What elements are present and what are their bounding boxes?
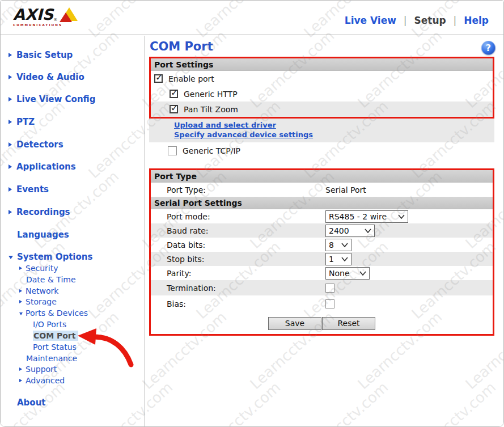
sidebar-item-date-time[interactable]: Date & Time <box>19 275 76 284</box>
triangle-right-icon <box>19 267 22 270</box>
check-icon: ✓ <box>155 72 163 83</box>
triangle-right-icon <box>9 120 12 124</box>
chevron-down-icon <box>341 257 348 261</box>
triangle-right-icon <box>19 379 22 382</box>
chevron-down-icon <box>365 229 371 233</box>
port-type-row: Port Type: Serial Port <box>151 183 493 197</box>
page-title: COM Port <box>150 40 213 53</box>
sidebar-item-basic-setup[interactable]: Basic Setup <box>9 50 73 60</box>
help-icon[interactable]: ? <box>481 41 495 55</box>
triangle-right-icon <box>9 210 12 214</box>
triangle-down-icon <box>9 256 13 259</box>
sidebar-item-recordings[interactable]: Recordings <box>9 207 70 217</box>
nav-help-link[interactable]: Help <box>464 15 489 26</box>
save-button[interactable]: Save <box>268 317 321 330</box>
baud-rate-label: Baud rate: <box>151 226 325 235</box>
header-bar: AXIS® COMMUNICATIONS Live View | Setup |… <box>1 1 503 35</box>
sidebar-item-storage[interactable]: Storage <box>19 297 57 306</box>
nav-separator: | <box>400 15 411 26</box>
sidebar-item-support[interactable]: Support <box>19 365 57 374</box>
port-settings-section: Port Settings ✓ Enable port ✓ Generic HT… <box>149 57 494 119</box>
enable-port-row: ✓ Enable port <box>151 71 493 86</box>
check-icon: ✓ <box>171 103 178 113</box>
triangle-right-icon <box>19 367 22 371</box>
stop-bits-value: 1 <box>329 255 334 264</box>
port-mode-select[interactable]: RS485 - 2 wire <box>325 210 408 223</box>
triangle-right-icon <box>9 97 12 102</box>
form-buttons-row: Save Reset <box>151 312 493 334</box>
main-content: COM Port ? Port Settings ✓ Enable port ✓… <box>146 36 504 427</box>
sidebar-item-network[interactable]: Network <box>19 286 58 295</box>
triangle-down-icon <box>19 312 23 315</box>
sidebar-item-maintenance[interactable]: Maintenance <box>19 354 77 363</box>
port-mode-label: Port mode: <box>151 212 325 221</box>
nav-separator: | <box>450 15 461 26</box>
termination-row: Termination: <box>151 280 493 295</box>
sidebar-item-live-view-config[interactable]: Live View Config <box>9 94 95 104</box>
axis-triangle-icon <box>60 7 79 22</box>
sidebar-item-io-ports[interactable]: I/O Ports <box>33 320 66 329</box>
parity-row: Parity: None <box>151 266 493 280</box>
parity-value: None <box>329 269 350 278</box>
sidebar-item-com-port[interactable]: COM Port <box>33 331 78 341</box>
sidebar-item-advanced[interactable]: Advanced <box>19 376 65 385</box>
sidebar-item-video-audio[interactable]: Video & Audio <box>9 72 84 82</box>
triangle-right-icon <box>19 300 22 303</box>
generic-tcpip-row: Generic TCP/IP <box>149 142 494 159</box>
parity-select[interactable]: None <box>325 267 370 280</box>
parity-label: Parity: <box>151 269 325 278</box>
sidebar-item-about[interactable]: About <box>9 398 46 408</box>
serial-port-settings-header: Serial Port Settings <box>151 197 493 209</box>
sidebar-item-applications[interactable]: Applications <box>9 162 76 172</box>
upload-driver-link[interactable]: Upload and select driver <box>174 120 494 130</box>
bias-label: Bias: <box>151 299 325 308</box>
axis-setup-page: AXIS® COMMUNICATIONS Live View | Setup |… <box>0 0 504 427</box>
sidebar-item-detectors[interactable]: Detectors <box>9 139 63 150</box>
port-type-label: Port Type: <box>151 185 325 195</box>
enable-port-label: Enable port <box>168 74 214 83</box>
data-bits-select[interactable]: 8 <box>325 239 351 251</box>
port-type-header: Port Type <box>151 170 493 183</box>
registered-mark: ® <box>53 18 57 22</box>
port-settings-header: Port Settings <box>151 58 493 71</box>
sidebar-item-languages[interactable]: Languages <box>9 230 69 240</box>
triangle-right-icon <box>9 187 12 192</box>
baud-rate-row: Baud rate: 2400 <box>151 223 493 238</box>
sidebar-item-port-status[interactable]: Port Status <box>33 343 77 352</box>
triangle-right-icon <box>19 289 22 293</box>
sidebar-item-system-options[interactable]: System Options <box>9 252 92 262</box>
triangle-right-icon <box>9 142 12 147</box>
nav-setup-link[interactable]: Setup <box>414 15 446 26</box>
stop-bits-select[interactable]: 1 <box>325 253 351 265</box>
pan-tilt-zoom-checkbox[interactable]: ✓ <box>170 105 178 113</box>
sidebar-item-ptz[interactable]: PTZ <box>9 117 35 127</box>
sidebar-item-events[interactable]: Events <box>9 184 49 195</box>
bias-checkbox[interactable] <box>325 299 334 308</box>
pan-tilt-zoom-label: Pan Tilt Zoom <box>184 105 238 114</box>
triangle-right-icon <box>9 75 12 79</box>
sidebar-item-security[interactable]: Security <box>19 264 58 273</box>
nav-live-view-link[interactable]: Live View <box>345 15 396 26</box>
axis-logo: AXIS® COMMUNICATIONS <box>13 7 81 27</box>
termination-label: Termination: <box>151 284 325 293</box>
logo-brand-text: AXIS <box>13 7 53 22</box>
stop-bits-label: Stop bits: <box>151 255 325 264</box>
generic-http-row: ✓ Generic HTTP <box>151 86 493 102</box>
sidebar-navigation: Basic Setup Video & Audio Live View Conf… <box>1 36 145 427</box>
generic-http-checkbox[interactable]: ✓ <box>170 90 178 98</box>
enable-port-checkbox[interactable]: ✓ <box>154 74 163 83</box>
port-type-value: Serial Port <box>325 185 366 195</box>
bias-row: Bias: <box>151 295 493 312</box>
baud-rate-value: 2400 <box>329 226 349 235</box>
port-mode-row: Port mode: RS485 - 2 wire <box>151 209 493 223</box>
advanced-device-settings-link[interactable]: Specify advanced device settings <box>174 130 494 139</box>
triangle-right-icon <box>9 53 12 57</box>
generic-tcpip-label: Generic TCP/IP <box>183 146 240 155</box>
stop-bits-row: Stop bits: 1 <box>151 252 493 266</box>
baud-rate-select[interactable]: 2400 <box>325 225 375 237</box>
termination-checkbox[interactable] <box>325 284 334 293</box>
generic-tcpip-checkbox[interactable] <box>168 146 177 155</box>
sidebar-item-ports-devices[interactable]: Ports & Devices <box>19 308 88 318</box>
data-bits-value: 8 <box>329 240 334 250</box>
reset-button[interactable]: Reset <box>322 317 375 330</box>
